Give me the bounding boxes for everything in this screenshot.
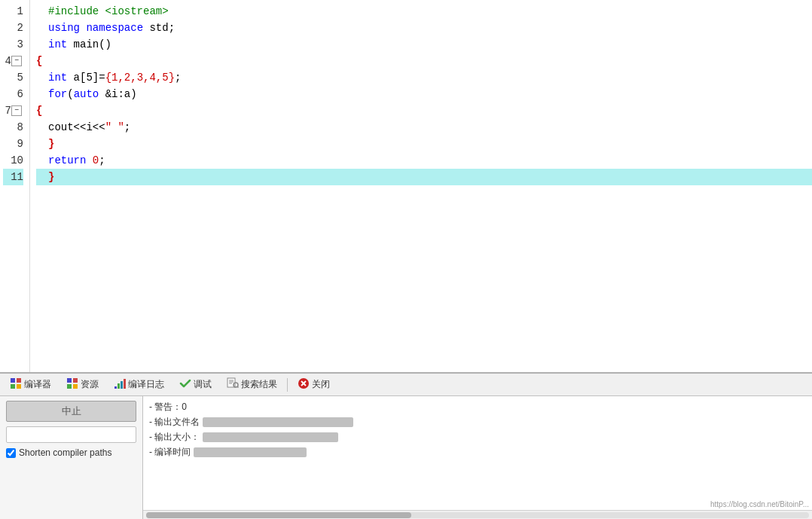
code-line-6[interactable]: for(auto &i:a): [36, 86, 812, 102]
resource-icon: [66, 377, 78, 392]
svg-rect-3: [17, 384, 21, 389]
resource-label: 资源: [81, 378, 99, 391]
log-label: 编译日志: [128, 378, 164, 391]
log-line-0: - 警告：0: [149, 399, 806, 414]
line-number-8: 8: [3, 119, 23, 136]
log-line-3: - 编译时间xxxxx: [149, 444, 806, 459]
code-line-5[interactable]: int a[5]={1,2,3,4,5};: [36, 69, 812, 86]
line-number-7: 7−: [3, 102, 23, 119]
log-line-1: - 输出文件名xxxxx: [149, 414, 806, 429]
svg-rect-8: [114, 386, 117, 389]
log-prefix-3: - 编译时间: [149, 447, 191, 457]
stop-button[interactable]: 中止: [6, 401, 136, 422]
bottom-panel: 编译器资源编译日志调试搜索结果关闭 中止 Shorten compiler pa…: [0, 372, 812, 519]
code-line-8[interactable]: cout<<i<<" ";: [36, 119, 812, 136]
code-line-11[interactable]: }: [36, 169, 812, 185]
line-number-1: 1: [3, 3, 23, 20]
svg-rect-7: [73, 384, 78, 389]
tab-resource[interactable]: 资源: [60, 375, 105, 394]
svg-rect-9: [118, 383, 120, 389]
search-label: 搜索结果: [241, 378, 277, 391]
tab-close[interactable]: 关闭: [291, 375, 337, 394]
shorten-paths-label: Shorten compiler paths: [19, 447, 111, 458]
code-line-2[interactable]: using namespace std;: [36, 20, 812, 36]
code-line-4[interactable]: {: [36, 53, 812, 69]
line-number-10: 10: [3, 152, 23, 169]
bottom-left-panel: 中止 Shorten compiler paths: [0, 396, 143, 519]
code-line-9[interactable]: }: [36, 136, 812, 152]
toolbar-tabs: 编译器资源编译日志调试搜索结果关闭: [0, 374, 812, 396]
log-blurred-1: xxxxx: [203, 417, 353, 427]
tab-log[interactable]: 编译日志: [107, 375, 171, 394]
log-icon: [114, 377, 126, 392]
bottom-content: 中止 Shorten compiler paths - 警告：0- 输出文件名x…: [0, 396, 812, 519]
compiler-label: 编译器: [24, 378, 51, 391]
tab-compiler[interactable]: 编译器: [3, 375, 58, 394]
log-value-0: 0: [182, 401, 187, 412]
svg-rect-11: [124, 379, 126, 389]
code-line-10[interactable]: return 0;: [36, 152, 812, 169]
line-number-5: 5: [3, 69, 23, 86]
debug-icon: [179, 377, 191, 392]
svg-rect-0: [11, 378, 15, 383]
svg-rect-1: [17, 378, 21, 383]
log-blurred-3: xxxxx: [194, 447, 307, 457]
shorten-paths-row[interactable]: Shorten compiler paths: [6, 447, 136, 458]
shorten-paths-checkbox[interactable]: [6, 448, 16, 458]
svg-line-17: [237, 386, 238, 387]
compiler-input[interactable]: [6, 426, 136, 443]
code-line-7[interactable]: {: [36, 102, 812, 119]
log-prefix-0: - 警告：: [149, 401, 182, 412]
line-number-4: 4−: [3, 53, 23, 69]
svg-rect-10: [121, 381, 123, 389]
line-number-3: 3: [3, 36, 23, 53]
line-number-11: 11: [3, 169, 23, 185]
code-editor[interactable]: 1234−567−891011 #include <iostream>using…: [0, 0, 812, 372]
code-line-1[interactable]: #include <iostream>: [36, 3, 812, 20]
search-icon: [227, 377, 239, 392]
watermark: https://blog.csdn.net/BitoinP...: [710, 500, 809, 508]
line-number-9: 9: [3, 136, 23, 152]
log-prefix-2: - 输出大小：: [149, 432, 200, 442]
svg-rect-4: [67, 378, 72, 383]
close-label: 关闭: [312, 378, 330, 391]
svg-rect-5: [73, 378, 78, 383]
log-line-2: - 输出大小：xxxxx: [149, 429, 806, 444]
code-line-3[interactable]: int main(): [36, 36, 812, 53]
fold-indicator-4[interactable]: −: [11, 56, 22, 66]
log-output[interactable]: - 警告：0- 输出文件名xxxxx- 输出大小：xxxxx- 编译时间xxxx…: [143, 396, 812, 519]
compiler-icon: [10, 377, 22, 392]
fold-indicator-7[interactable]: −: [11, 105, 22, 116]
log-blurred-2: xxxxx: [203, 432, 338, 442]
svg-rect-2: [11, 384, 15, 389]
code-content[interactable]: #include <iostream>using namespace std;i…: [30, 0, 812, 372]
line-number-6: 6: [3, 86, 23, 102]
svg-rect-6: [67, 384, 72, 389]
line-number-2: 2: [3, 20, 23, 36]
tab-debug[interactable]: 调试: [172, 375, 218, 394]
log-prefix-1: - 输出文件名: [149, 417, 200, 427]
tab-search[interactable]: 搜索结果: [220, 375, 284, 394]
close-icon: [298, 377, 310, 392]
debug-label: 调试: [194, 378, 212, 391]
log-scrollbar[interactable]: [143, 510, 812, 519]
line-numbers: 1234−567−891011: [0, 0, 30, 372]
